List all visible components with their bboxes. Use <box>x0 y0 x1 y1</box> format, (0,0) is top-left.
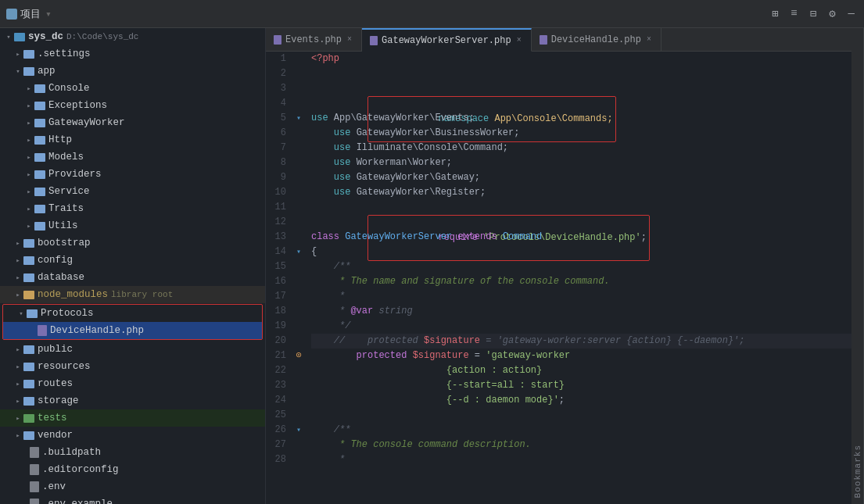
sidebar-item-protocols[interactable]: Protocols <box>3 305 262 322</box>
sidebar-item-nodemodules[interactable]: node_modules library root <box>0 286 265 303</box>
exceptions-folder-icon <box>34 102 45 110</box>
code-line-1: <?php <box>311 52 851 66</box>
sidebar-item-bootstrap[interactable]: bootstrap <box>0 234 265 252</box>
ln-14: 14 <box>266 245 292 259</box>
gc-18 <box>292 304 305 319</box>
ln-9: 9 <box>266 170 292 185</box>
ln-20: 20 <box>266 334 292 349</box>
sidebar-item-devicehandle[interactable]: DeviceHandle.php <box>3 322 262 339</box>
app-folder-icon <box>23 67 34 76</box>
sidebar: sys_dc D:\Code\sys_dc .settings app Cons… <box>0 28 266 504</box>
sidebar-item-database[interactable]: database <box>0 269 265 286</box>
config-folder-icon <box>23 256 34 265</box>
code-line-26: /** <box>311 423 851 438</box>
sidebar-item-resources[interactable]: resources <box>0 358 265 375</box>
events-tab-close[interactable]: × <box>346 34 353 45</box>
tree-root[interactable]: sys_dc D:\Code\sys_dc <box>0 28 265 45</box>
gc-7 <box>292 141 305 155</box>
project-icon <box>6 9 17 20</box>
http-arrow <box>23 134 34 145</box>
bookmarks-bar: Bookmarks <box>851 28 864 504</box>
utils-folder-icon <box>34 222 45 231</box>
gc-19 <box>292 319 305 334</box>
http-label: Http <box>48 134 72 145</box>
gc-15 <box>292 259 305 274</box>
bootstrap-folder-icon <box>23 239 34 248</box>
code-editor[interactable]: 1 2 3 4 5 6 7 8 9 10 11 12 13 14 15 16 1… <box>266 52 851 504</box>
gc-13 <box>292 230 305 245</box>
gc-25 <box>292 408 305 423</box>
protocols-arrow <box>16 308 27 319</box>
ln-22: 22 <box>266 363 292 378</box>
code-line-13: class GatewayWorkerServer extends Comman… <box>311 230 851 245</box>
code-line-22: {action : action} <box>311 363 851 378</box>
env-file-icon <box>30 481 39 492</box>
tab-devicehandle[interactable]: DeviceHandle.php × <box>532 28 661 51</box>
dh-tab-close[interactable]: × <box>645 34 653 45</box>
sidebar-item-vendor[interactable]: vendor <box>0 427 265 444</box>
sidebar-item-console[interactable]: Console <box>0 80 265 97</box>
code-line-11: require 'Protocols\DeviceHandle.php'; <box>311 200 851 215</box>
editor-area: Events.php × GatewayWorkerServer.php × D… <box>266 28 851 504</box>
sidebar-item-editorconfig[interactable]: .editorconfig <box>0 461 265 478</box>
ln-27: 27 <box>266 438 292 452</box>
sidebar-item-env[interactable]: .env <box>0 478 265 495</box>
main-area: sys_dc D:\Code\sys_dc .settings app Cons… <box>0 28 864 504</box>
root-arrow <box>3 31 14 42</box>
sidebar-item-public[interactable]: public <box>0 341 265 358</box>
sidebar-item-storage[interactable]: storage <box>0 392 265 409</box>
ln-17: 17 <box>266 289 292 304</box>
http-folder-icon <box>34 136 45 145</box>
sidebar-item-config[interactable]: config <box>0 252 265 269</box>
sidebar-item-routes[interactable]: routes <box>0 375 265 392</box>
sidebar-item-tests[interactable]: tests <box>0 409 265 427</box>
tab-gwserver[interactable]: GatewayWorkerServer.php × <box>362 28 532 52</box>
toolbar-icon-settings[interactable]: ⚙ <box>826 5 838 22</box>
sidebar-item-exceptions[interactable]: Exceptions <box>0 97 265 114</box>
ec-file-icon <box>30 464 39 475</box>
utils-label: Utils <box>48 220 78 231</box>
sidebar-item-envexample[interactable]: .env.example <box>0 495 265 504</box>
sidebar-item-gatewayworker[interactable]: GatewayWorker <box>0 114 265 131</box>
ln-12: 12 <box>266 215 292 230</box>
gws-tab-close[interactable]: × <box>515 35 523 45</box>
exceptions-label: Exceptions <box>48 100 107 111</box>
code-line-3: namespace App\Console\Commands; <box>311 81 851 96</box>
resources-label: resources <box>38 361 91 372</box>
toolbar-icon-close[interactable]: — <box>845 5 858 22</box>
gc-3 <box>292 81 305 96</box>
storage-arrow <box>13 395 23 406</box>
sidebar-item-buildpath[interactable]: .buildpath <box>0 444 265 461</box>
ln-26: 26 <box>266 423 292 438</box>
config-arrow <box>13 255 23 266</box>
root-label: sys_dc <box>28 31 63 42</box>
toolbar-icon-view[interactable]: ⊞ <box>769 5 781 22</box>
ln-7: 7 <box>266 141 292 155</box>
ln-11: 11 <box>266 200 292 215</box>
events-tab-label: Events.php <box>285 34 342 45</box>
public-arrow <box>13 344 23 355</box>
routes-label: routes <box>38 378 73 389</box>
code-line-19: */ <box>311 319 851 334</box>
sidebar-item-providers[interactable]: Providers <box>0 166 265 183</box>
sidebar-item-app[interactable]: app <box>0 63 265 80</box>
resources-arrow <box>13 361 23 372</box>
ec-label: .editorconfig <box>42 464 119 475</box>
sidebar-item-service[interactable]: Service <box>0 183 265 200</box>
gc-14: ▾ <box>292 245 305 259</box>
sidebar-item-http[interactable]: Http <box>0 131 265 148</box>
sidebar-item-traits[interactable]: Traits <box>0 200 265 217</box>
tab-events[interactable]: Events.php × <box>266 28 362 51</box>
resources-folder-icon <box>23 363 34 371</box>
bookmarks-label: Bookmarks <box>853 445 862 498</box>
nm-badge: library root <box>111 290 173 299</box>
vendor-folder-icon <box>23 431 34 440</box>
gc-17 <box>292 289 305 304</box>
sidebar-item-settings[interactable]: .settings <box>0 45 265 63</box>
nm-folder-icon <box>23 291 34 299</box>
sidebar-item-models[interactable]: Models <box>0 148 265 166</box>
sidebar-item-utils[interactable]: Utils <box>0 217 265 234</box>
toolbar-icon-layout[interactable]: ≡ <box>787 5 800 22</box>
toolbar-icon-sort[interactable]: ⊟ <box>807 5 819 22</box>
providers-folder-icon <box>34 170 45 179</box>
